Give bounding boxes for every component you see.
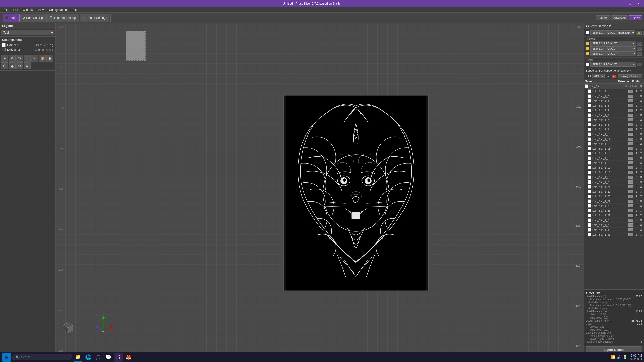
taskbar-edge[interactable]: 🌐 — [84, 353, 93, 362]
tool-settings[interactable]: ⚙ — [16, 62, 23, 69]
item-settings-btn[interactable]: ⚙ — [639, 218, 643, 222]
item-settings-btn[interactable]: ⚙ — [639, 137, 643, 141]
item-settings-btn[interactable]: ⚙ — [639, 142, 643, 146]
tool-select[interactable]: Tool — [1, 30, 54, 35]
printer-lock-btn[interactable]: 🔒 — [636, 31, 642, 35]
clock[interactable]: 2:02 PM 7/03/2024 — [630, 354, 642, 360]
search-input[interactable] — [21, 355, 66, 359]
item-checkbox[interactable] — [588, 161, 591, 165]
close-button[interactable]: ✕ — [635, 1, 642, 6]
object-list-item[interactable]: Loin_2.stl_1_22 2 ⚙ — [584, 189, 644, 194]
menu-view[interactable]: View — [36, 7, 47, 13]
tool-scale[interactable]: ⤢ — [24, 55, 31, 62]
advanced-mode-button[interactable]: Advanced — [611, 15, 628, 20]
item-checkbox[interactable] — [588, 223, 591, 227]
object-list-item[interactable]: Loin_2.stl_1_27 2 ⚙ — [584, 213, 644, 218]
item-checkbox[interactable] — [588, 204, 591, 208]
group-eye-btn[interactable]: 👁 — [624, 84, 628, 88]
item-settings-btn[interactable]: ⚙ — [639, 89, 643, 93]
item-settings-btn[interactable]: ⚙ — [639, 113, 643, 117]
expert-mode-button[interactable]: Expert — [629, 15, 642, 20]
printer-arrow-btn[interactable]: → — [643, 31, 644, 35]
item-checkbox[interactable] — [588, 94, 591, 98]
object-list-item[interactable]: Loin_2.stl_1_24 2 ⚙ — [584, 199, 644, 204]
item-settings-btn[interactable]: ⚙ — [639, 213, 643, 217]
print-settings-button[interactable]: ⚙ Print Settings — [20, 14, 46, 22]
object-list-item[interactable]: Loin_2.stl_1_2 2 ⚙ — [584, 94, 644, 99]
filament-settings-button[interactable]: 🧵 Filament Settings — [47, 14, 80, 22]
object-list-item[interactable]: Loin_2.stl_1_7 2 ⚙ — [584, 118, 644, 122]
item-checkbox[interactable] — [588, 152, 591, 155]
object-list-item[interactable]: Loin_2.stl_1_25 2 ⚙ — [584, 204, 644, 208]
item-checkbox[interactable] — [588, 171, 591, 174]
item-settings-btn[interactable]: ⚙ — [639, 132, 643, 136]
item-checkbox[interactable] — [588, 214, 591, 217]
tool-support[interactable]: ⬡ — [1, 62, 8, 69]
item-checkbox[interactable] — [588, 128, 591, 131]
maximize-button[interactable]: □ — [627, 1, 634, 6]
menu-edit[interactable]: Edit — [11, 7, 20, 13]
item-checkbox[interactable] — [588, 195, 591, 198]
tool-seam[interactable]: ⊕ — [46, 55, 53, 62]
item-checkbox[interactable] — [588, 137, 591, 141]
item-settings-btn[interactable]: ⚙ — [639, 156, 643, 160]
object-list-item[interactable]: Loin_2.stl_1_23 2 ⚙ — [584, 194, 644, 199]
item-settings-btn[interactable]: ⚙ — [639, 108, 643, 112]
object-list-item[interactable]: Loin_2.stl_1_18 2 ⚙ — [584, 170, 644, 175]
object-list-item[interactable]: Loin_2.stl_1_9 2 ⚙ — [584, 127, 644, 132]
taskbar-explorer[interactable]: 📁 — [73, 353, 83, 362]
tool-rotate[interactable]: ↻ — [16, 55, 23, 62]
item-checkbox[interactable] — [588, 113, 591, 117]
filament2-select[interactable]: SKR 1.2 PRO A10T — [590, 46, 636, 51]
group-checkbox[interactable] — [585, 84, 588, 88]
item-settings-btn[interactable]: ⚙ — [639, 170, 643, 174]
item-checkbox[interactable] — [588, 118, 591, 122]
object-list-item[interactable]: Loin_2.stl_1_6 2 ⚙ — [584, 113, 644, 118]
plater-button[interactable]: ⬛ Plater — [3, 14, 20, 22]
printer-settings-button[interactable]: 🖨 Printer Settings — [80, 14, 109, 22]
object-list-item[interactable]: Loin_2.stl_1_26 2 ⚙ — [584, 208, 644, 213]
object-list-item[interactable]: Loin_2.stl_1_28 2 ⚙ — [584, 218, 644, 223]
battery-icon[interactable]: 🔋 — [623, 355, 628, 359]
object-list-item[interactable]: Loin_2.stl_1_11 2 ⚙ — [584, 137, 644, 142]
object-list-item[interactable]: Loin_2.stl_1_12 2 ⚙ — [584, 142, 644, 146]
item-checkbox[interactable] — [588, 199, 591, 203]
object-list-item[interactable]: Loin_2.stl_1_10 2 ⚙ — [584, 132, 644, 137]
menu-configuration[interactable]: Configuration — [47, 7, 69, 13]
item-checkbox[interactable] — [588, 166, 591, 169]
search-bar[interactable]: 🔍 — [12, 354, 72, 360]
item-settings-btn[interactable]: ⚙ — [639, 94, 643, 98]
item-settings-btn[interactable]: ⚙ — [639, 209, 643, 213]
object-list-item[interactable]: Loin_2.stl_1_15 2 ⚙ — [584, 156, 644, 161]
group-settings-btn[interactable]: ⚙ — [639, 84, 643, 88]
item-settings-btn[interactable]: ⚙ — [639, 175, 643, 179]
filament2-arrow[interactable]: → — [637, 47, 642, 51]
item-checkbox[interactable] — [588, 142, 591, 146]
object-group-header[interactable]: Loin_2.stl 👁 default ⚙ — [584, 84, 644, 89]
object-list-item[interactable]: Loin_2.stl_1_31 2 ⚙ — [584, 232, 644, 237]
item-settings-btn[interactable]: ⚙ — [639, 166, 643, 170]
minimize-button[interactable]: ─ — [619, 1, 626, 6]
object-list-item[interactable]: Loin_2.stl_1_13 2 ⚙ — [584, 146, 644, 151]
item-settings-btn[interactable]: ⚙ — [639, 194, 643, 198]
nav-cube[interactable] — [60, 320, 74, 335]
object-list-item[interactable]: Loin_2.stl_1_16 2 ⚙ — [584, 161, 644, 165]
printer-model-select[interactable]: SKR 1.2 PRO A10T — [590, 62, 636, 67]
item-settings-btn[interactable]: ⚙ — [639, 123, 643, 127]
item-settings-btn[interactable]: ⚙ — [639, 147, 643, 151]
menu-help[interactable]: Help — [69, 7, 80, 13]
item-checkbox[interactable] — [588, 218, 591, 222]
item-settings-btn[interactable]: ⚙ — [639, 185, 643, 189]
menu-file[interactable]: File — [2, 7, 10, 13]
item-checkbox[interactable] — [588, 104, 591, 107]
item-checkbox[interactable] — [588, 123, 591, 126]
taskbar-discord[interactable]: 💬 — [104, 353, 113, 362]
item-checkbox[interactable] — [588, 233, 591, 236]
printer-model-arrow[interactable]: → — [637, 63, 642, 66]
volume-icon[interactable]: 🔊 — [617, 355, 622, 359]
item-checkbox[interactable] — [588, 147, 591, 150]
tool-fdm[interactable]: ◉ — [9, 62, 16, 69]
item-settings-btn[interactable]: ⚙ — [639, 127, 643, 131]
object-list-item[interactable]: Loin_2.stl_1_19 2 ⚙ — [584, 175, 644, 180]
object-list-item[interactable]: Loin_2.stl_1_21 2 ⚙ — [584, 185, 644, 189]
